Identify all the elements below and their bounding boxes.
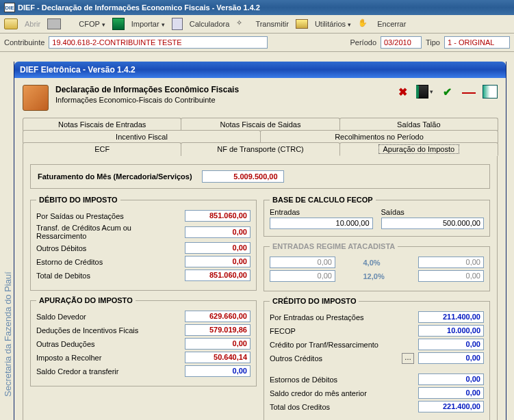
tab-apuracao-imposto[interactable]: Apuração do Imposto	[339, 142, 498, 156]
utilitarios-menu[interactable]: Utilitários ▾	[315, 20, 351, 28]
credito-saldo-ant-label: Saldo credor do mês anterior	[270, 389, 414, 397]
credito-tranf-label: Crédito por Tranf/Ressarcimento	[270, 341, 414, 349]
check-icon[interactable]: ✔	[439, 85, 455, 99]
apuracao-recolher-label: Imposto a Recolher	[36, 354, 181, 362]
tab-nf-saidas[interactable]: Notas Fiscais de Saidas	[181, 118, 339, 131]
debito-estorno-value[interactable]: 0,00	[185, 256, 250, 267]
calculator-icon[interactable]	[172, 18, 183, 30]
transmitir-button[interactable]: Transmitir	[255, 20, 288, 28]
debito-outros-value[interactable]: 0,00	[185, 242, 250, 254]
tab-nf-transporte[interactable]: NF de Transporte (CTRC)	[181, 142, 339, 156]
credito-fecop-value[interactable]: 10.000,00	[418, 325, 484, 337]
tab-ecf[interactable]: ECF	[23, 142, 181, 156]
fecop-saidas-label: Saídas	[381, 208, 485, 216]
fecop-entradas-label: Entradas	[270, 208, 373, 216]
credito-total-label: Total dos Creditos	[270, 403, 414, 411]
dialog-titlebar: DIEF Eletrônica - Versão 1.4.2	[14, 62, 506, 78]
encerrar-button[interactable]: Encerrar	[377, 20, 406, 28]
atacadista-group: ENTRADAS REGIME ATACADISTA 0,00 4,0% 0,0…	[264, 242, 490, 291]
util-folder-icon[interactable]	[296, 19, 308, 29]
apuracao-credor-value[interactable]: 0,00	[185, 365, 250, 377]
contribuinte-input[interactable]	[49, 36, 268, 49]
apuracao-credor-label: Saldo Credor a transferir	[36, 367, 181, 376]
apuracao-saldo-dev-value[interactable]: 629.660,00	[185, 311, 250, 322]
book-large-icon	[23, 85, 49, 111]
apuracao-deducoes-label: Deduções de Incentivos Ficais	[36, 326, 181, 334]
debito-outros-label: Outros Débitos	[36, 244, 181, 252]
credito-group: CRÉDITO DO IMPOSTO Por Entradas ou Prest…	[264, 297, 490, 420]
credito-saldo-ant-value[interactable]: 0,00	[418, 387, 484, 399]
atac-pct2: 12,0%	[363, 272, 391, 280]
tipo-label: Tipo	[426, 38, 440, 47]
cfop-menu[interactable]: CFOP ▾	[79, 20, 105, 28]
periodo-input[interactable]	[381, 36, 422, 49]
exit-icon[interactable]	[483, 85, 498, 99]
faturamento-label: Faturamento do Mês (Mercadoria/Serviços)	[38, 172, 192, 181]
credito-por-ent-value[interactable]: 211.400,00	[418, 311, 484, 323]
credito-total-value[interactable]: 221.400,00	[418, 401, 484, 412]
importar-menu[interactable]: Importar ▾	[131, 20, 165, 28]
atacadista-title: ENTRADAS REGIME ATACADISTA	[270, 242, 398, 250]
main-toolbar: Abrir CFOP ▾ Importar ▾ Calculadora ✧ Tr…	[0, 15, 514, 34]
chevron-down-icon: ▾	[348, 21, 351, 28]
debito-por-saidas-value[interactable]: 851.060,00	[185, 210, 250, 222]
fecop-entradas-value[interactable]: 10.000,00	[270, 218, 373, 229]
tab-saidas-talao[interactable]: Saídas Talão	[339, 118, 498, 131]
apuracao-outras-value[interactable]: 0,00	[185, 338, 250, 350]
atac-1a-value: 0,00	[270, 257, 335, 268]
chevron-down-icon: ▾	[102, 21, 105, 28]
atac-pct1: 4,0%	[363, 259, 391, 267]
apuracao-deducoes-value[interactable]: 579.019,86	[185, 324, 250, 336]
close-icon[interactable]: ✖	[394, 85, 411, 99]
debito-estorno-label: Estorno de Créditos	[36, 258, 181, 266]
book-icon[interactable]	[112, 18, 125, 30]
apuracao-recolher-value[interactable]: 50.640,14	[185, 352, 250, 363]
dialog-header-subtitle: Informações Economico-Fiscais do Contrib…	[55, 96, 239, 104]
atac-2b-value: 0,00	[418, 270, 484, 282]
header-fields: Contribuinte Período Tipo	[0, 34, 514, 52]
dialog-header: Declaração de Informações Econômico Fisc…	[23, 85, 498, 111]
faturamento-value[interactable]: 5.009.500,00	[202, 170, 284, 183]
minus-icon[interactable]: —	[461, 85, 477, 99]
fecop-saidas-value[interactable]: 500.000,00	[381, 218, 485, 229]
main-titlebar: DIE DIEF - Declaração de Informações Eco…	[0, 0, 514, 15]
credito-fecop-label: FECOP	[270, 327, 414, 335]
tab-container: Notas Fiscais de Entradas Notas Fiscais …	[23, 118, 498, 420]
tab-incentivo-fiscal[interactable]: Incentivo Fiscal	[23, 130, 261, 143]
folder-icon[interactable]	[4, 18, 18, 29]
outros-creditos-button[interactable]: …	[402, 353, 414, 364]
tipo-input[interactable]	[444, 36, 510, 49]
app-title: DIEF - Declaração de Informações Economi…	[18, 3, 260, 12]
apuracao-outras-label: Outras Deduções	[36, 340, 181, 348]
apuracao-group: APURAÇÃO DO IMPOSTO Saldo Devedor629.660…	[30, 296, 257, 386]
fecop-title: BASE DE CALCULO FECOP	[270, 196, 376, 204]
dialog-header-title: Declaração de Informações Econômico Fisc…	[55, 85, 239, 94]
credito-estornos-value[interactable]: 0,00	[418, 373, 484, 385]
tab-nf-entradas[interactable]: Notas Fiscais de Entradas	[23, 118, 181, 131]
stop-icon[interactable]: ✋	[358, 18, 370, 29]
debito-transf-label: Transf. de Créditos Acum ou Ressarciment…	[36, 224, 181, 240]
credito-por-ent-label: Por Entradas ou Prestações	[270, 313, 414, 321]
credito-tranf-value[interactable]: 0,00	[418, 339, 484, 350]
debito-group: DÉBITO DO IMPOSTO Por Saídas ou Prestaçõ…	[30, 196, 257, 291]
debito-total-label: Total de Debitos	[36, 272, 181, 280]
tab-recolhimentos[interactable]: Recolhimentos no Período	[260, 130, 498, 143]
credito-outros-value[interactable]: 0,00	[418, 352, 484, 364]
periodo-label: Período	[350, 38, 376, 47]
debito-por-saidas-label: Por Saídas ou Prestações	[36, 212, 181, 220]
printer-icon[interactable]	[47, 18, 61, 29]
side-text: Secretaria da Fazenda do Piauí	[3, 272, 13, 397]
chevron-down-icon: ▾	[430, 88, 433, 95]
apuracao-title: APURAÇÃO DO IMPOSTO	[36, 296, 136, 304]
debito-transf-value[interactable]: 0,00	[185, 226, 250, 238]
credito-title: CRÉDITO DO IMPOSTO	[270, 297, 359, 305]
book-dropdown-icon[interactable]: ▾	[416, 85, 433, 99]
atac-2a-value: 0,00	[270, 270, 335, 282]
debito-total-value[interactable]: 851.060,00	[185, 270, 250, 281]
fecop-group: BASE DE CALCULO FECOP Entradas 10.000,00…	[264, 196, 490, 237]
transmit-icon[interactable]: ✧	[236, 18, 248, 29]
calculadora-button[interactable]: Calculadora	[190, 20, 230, 28]
atac-1b-value: 0,00	[418, 257, 484, 268]
debito-title: DÉBITO DO IMPOSTO	[36, 196, 120, 204]
abrir-button: Abrir	[25, 20, 40, 28]
